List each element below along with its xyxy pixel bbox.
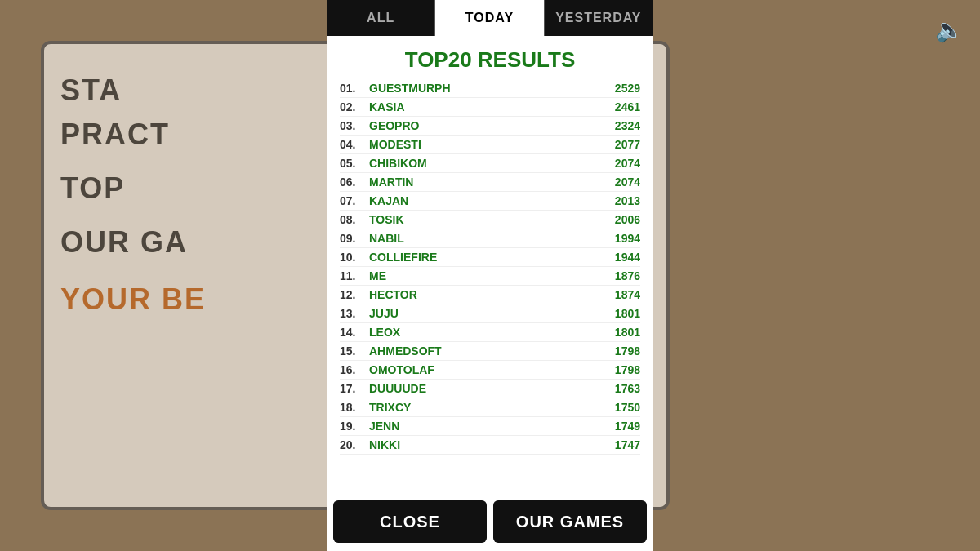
score-row: 01.GUESTMURPH2529 bbox=[340, 79, 640, 98]
score-row: 05.CHIBIKOM2074 bbox=[340, 154, 640, 173]
tab-today[interactable]: TODAY bbox=[435, 0, 544, 36]
score-value: 1801 bbox=[599, 307, 640, 320]
score-rank: 09. bbox=[340, 232, 369, 245]
score-value: 2077 bbox=[599, 138, 640, 151]
bg-text-pract: PRACT bbox=[60, 113, 170, 157]
our-games-button[interactable]: OUR GAMES bbox=[493, 500, 647, 543]
score-value: 1750 bbox=[599, 401, 640, 414]
score-row: 07.KAJAN2013 bbox=[340, 192, 640, 211]
score-name: JUJU bbox=[369, 307, 599, 320]
score-row: 10.COLLIEFIRE1944 bbox=[340, 248, 640, 267]
score-value: 1944 bbox=[599, 251, 640, 264]
score-row: 15.AHMEDSOFT1798 bbox=[340, 342, 640, 361]
tab-bar: ALL TODAY YESTERDAY bbox=[327, 0, 653, 36]
score-row: 09.NABIL1994 bbox=[340, 229, 640, 248]
score-name: JENN bbox=[369, 420, 599, 433]
leaderboard-title: TOP20 RESULTS bbox=[327, 36, 653, 79]
score-rank: 12. bbox=[340, 288, 369, 301]
score-value: 2074 bbox=[599, 176, 640, 189]
bg-text-sta: STA bbox=[60, 69, 122, 113]
score-row: 08.TOSIK2006 bbox=[340, 211, 640, 229]
score-row: 03.GEOPRO2324 bbox=[340, 117, 640, 136]
score-name: OMOTOLAF bbox=[369, 363, 599, 376]
score-rank: 19. bbox=[340, 420, 369, 433]
score-rank: 03. bbox=[340, 119, 369, 132]
score-row: 17.DUUUUDE1763 bbox=[340, 380, 640, 398]
score-value: 2013 bbox=[599, 194, 640, 207]
score-name: AHMEDSOFT bbox=[369, 344, 599, 358]
score-rank: 18. bbox=[340, 401, 369, 414]
score-name: TRIXCY bbox=[369, 401, 599, 414]
score-rank: 11. bbox=[340, 269, 369, 282]
score-row: 11.ME1876 bbox=[340, 267, 640, 286]
score-value: 1876 bbox=[599, 269, 640, 282]
score-row: 19.JENN1749 bbox=[340, 417, 640, 436]
score-rank: 15. bbox=[340, 344, 369, 358]
score-rank: 05. bbox=[340, 157, 369, 170]
score-row: 04.MODESTI2077 bbox=[340, 136, 640, 154]
score-rank: 01. bbox=[340, 82, 369, 95]
score-rank: 16. bbox=[340, 363, 369, 376]
score-name: LEOX bbox=[369, 326, 599, 339]
tab-yesterday[interactable]: YESTERDAY bbox=[545, 0, 653, 36]
score-name: ME bbox=[369, 269, 599, 282]
score-rank: 17. bbox=[340, 382, 369, 395]
score-row: 13.JUJU1801 bbox=[340, 304, 640, 323]
score-name: HECTOR bbox=[369, 288, 599, 301]
score-value: 1994 bbox=[599, 232, 640, 245]
score-name: CHIBIKOM bbox=[369, 157, 599, 170]
score-row: 02.KASIA2461 bbox=[340, 98, 640, 117]
score-rank: 14. bbox=[340, 326, 369, 339]
score-name: NABIL bbox=[369, 232, 599, 245]
score-value: 2324 bbox=[599, 119, 640, 132]
tab-all[interactable]: ALL bbox=[327, 0, 435, 36]
bg-text-yourbe: YOUR BE bbox=[60, 278, 206, 322]
score-value: 1763 bbox=[599, 382, 640, 395]
score-value: 2074 bbox=[599, 157, 640, 170]
score-value: 2006 bbox=[599, 213, 640, 226]
score-value: 1874 bbox=[599, 288, 640, 301]
score-rank: 06. bbox=[340, 176, 369, 189]
score-name: COLLIEFIRE bbox=[369, 251, 599, 264]
score-row: 14.LEOX1801 bbox=[340, 323, 640, 342]
score-rank: 20. bbox=[340, 438, 369, 451]
score-name: DUUUUDE bbox=[369, 382, 599, 395]
score-name: MODESTI bbox=[369, 138, 599, 151]
close-button[interactable]: CLOSE bbox=[333, 500, 487, 543]
bg-text-ourga: OUR GA bbox=[60, 220, 188, 264]
score-value: 1801 bbox=[599, 326, 640, 339]
score-rank: 04. bbox=[340, 138, 369, 151]
sound-icon[interactable]: 🔈 bbox=[935, 16, 964, 43]
bg-text-top: TOP bbox=[60, 167, 125, 211]
score-value: 1749 bbox=[599, 420, 640, 433]
score-row: 12.HECTOR1874 bbox=[340, 286, 640, 304]
scores-list: 01.GUESTMURPH252902.KASIA246103.GEOPRO23… bbox=[327, 79, 653, 492]
score-row: 06.MARTIN2074 bbox=[340, 173, 640, 192]
score-row: 16.OMOTOLAF1798 bbox=[340, 361, 640, 380]
button-bar: CLOSE OUR GAMES bbox=[327, 492, 653, 551]
leaderboard-modal: ALL TODAY YESTERDAY TOP20 RESULTS 01.GUE… bbox=[327, 0, 653, 551]
score-name: NIKKI bbox=[369, 438, 599, 451]
score-name: GEOPRO bbox=[369, 119, 599, 132]
score-rank: 08. bbox=[340, 213, 369, 226]
score-row: 20.NIKKI1747 bbox=[340, 436, 640, 455]
score-value: 1798 bbox=[599, 363, 640, 376]
score-value: 2529 bbox=[599, 82, 640, 95]
score-value: 1798 bbox=[599, 344, 640, 358]
score-name: TOSIK bbox=[369, 213, 599, 226]
score-rank: 13. bbox=[340, 307, 369, 320]
score-rank: 10. bbox=[340, 251, 369, 264]
score-name: KAJAN bbox=[369, 194, 599, 207]
score-rank: 02. bbox=[340, 100, 369, 113]
score-row: 18.TRIXCY1750 bbox=[340, 398, 640, 417]
score-rank: 07. bbox=[340, 194, 369, 207]
score-value: 1747 bbox=[599, 438, 640, 451]
score-name: GUESTMURPH bbox=[369, 82, 599, 95]
score-name: MARTIN bbox=[369, 176, 599, 189]
score-value: 2461 bbox=[599, 100, 640, 113]
score-name: KASIA bbox=[369, 100, 599, 113]
